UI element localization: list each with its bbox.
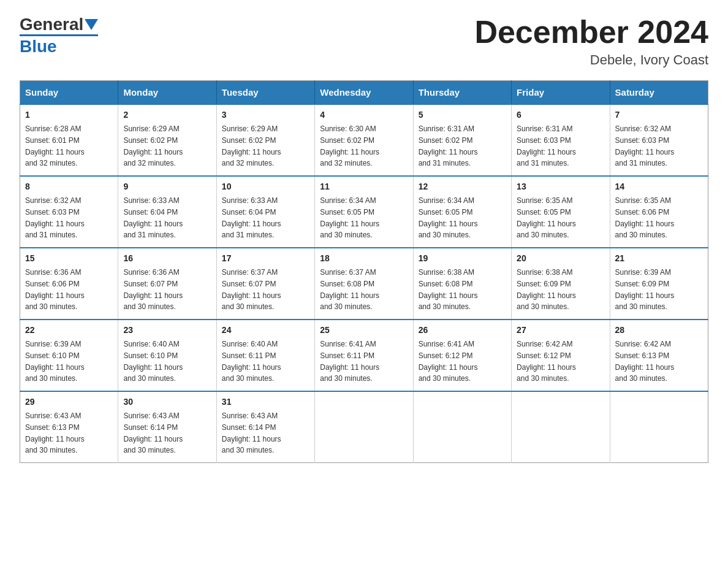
day-info: Sunrise: 6:33 AMSunset: 6:04 PMDaylight:…	[222, 196, 281, 239]
calendar-cell: 13 Sunrise: 6:35 AMSunset: 6:05 PMDaylig…	[512, 176, 610, 248]
day-info: Sunrise: 6:36 AMSunset: 6:07 PMDaylight:…	[123, 268, 183, 311]
calendar-cell: 8 Sunrise: 6:32 AMSunset: 6:03 PMDayligh…	[20, 176, 118, 248]
day-number: 17	[222, 252, 309, 265]
day-info: Sunrise: 6:42 AMSunset: 6:12 PMDaylight:…	[517, 340, 576, 383]
day-info: Sunrise: 6:38 AMSunset: 6:09 PMDaylight:…	[517, 268, 576, 311]
day-info: Sunrise: 6:37 AMSunset: 6:08 PMDaylight:…	[320, 268, 379, 311]
calendar-header-wednesday: Wednesday	[315, 81, 413, 105]
calendar-cell	[610, 391, 708, 463]
calendar-cell: 18 Sunrise: 6:37 AMSunset: 6:08 PMDaylig…	[315, 248, 413, 320]
calendar-week-row-3: 15 Sunrise: 6:36 AMSunset: 6:06 PMDaylig…	[20, 248, 708, 320]
day-number: 16	[123, 252, 211, 265]
calendar-week-row-5: 29 Sunrise: 6:43 AMSunset: 6:13 PMDaylig…	[20, 391, 708, 463]
day-number: 8	[25, 180, 113, 193]
calendar-week-row-4: 22 Sunrise: 6:39 AMSunset: 6:10 PMDaylig…	[20, 320, 708, 391]
calendar-cell: 25 Sunrise: 6:41 AMSunset: 6:11 PMDaylig…	[315, 320, 413, 391]
calendar-cell: 24 Sunrise: 6:40 AMSunset: 6:11 PMDaylig…	[216, 320, 314, 391]
day-info: Sunrise: 6:40 AMSunset: 6:11 PMDaylight:…	[222, 340, 281, 383]
day-info: Sunrise: 6:43 AMSunset: 6:14 PMDaylight:…	[123, 412, 183, 454]
day-info: Sunrise: 6:37 AMSunset: 6:07 PMDaylight:…	[222, 268, 281, 311]
logo-blue-text: Blue	[20, 37, 57, 56]
calendar-cell: 23 Sunrise: 6:40 AMSunset: 6:10 PMDaylig…	[118, 320, 216, 391]
calendar-header-sunday: Sunday	[20, 81, 118, 105]
page-header: General Blue December 2024 Debele, Ivory…	[20, 15, 708, 68]
day-number: 29	[25, 396, 113, 408]
calendar-cell: 4 Sunrise: 6:30 AMSunset: 6:02 PMDayligh…	[315, 104, 413, 176]
calendar-header-saturday: Saturday	[610, 81, 708, 105]
calendar-cell: 5 Sunrise: 6:31 AMSunset: 6:02 PMDayligh…	[413, 104, 511, 176]
day-info: Sunrise: 6:32 AMSunset: 6:03 PMDaylight:…	[615, 124, 675, 167]
day-number: 7	[615, 109, 703, 121]
calendar-header-tuesday: Tuesday	[216, 81, 314, 105]
calendar-cell: 30 Sunrise: 6:43 AMSunset: 6:14 PMDaylig…	[118, 391, 216, 463]
svg-marker-0	[85, 19, 98, 30]
calendar-cell: 2 Sunrise: 6:29 AMSunset: 6:02 PMDayligh…	[118, 104, 216, 176]
day-info: Sunrise: 6:41 AMSunset: 6:11 PMDaylight:…	[320, 340, 379, 383]
calendar-cell: 15 Sunrise: 6:36 AMSunset: 6:06 PMDaylig…	[20, 248, 118, 320]
calendar-cell: 29 Sunrise: 6:43 AMSunset: 6:13 PMDaylig…	[20, 391, 118, 463]
calendar-cell: 21 Sunrise: 6:39 AMSunset: 6:09 PMDaylig…	[610, 248, 708, 320]
day-info: Sunrise: 6:43 AMSunset: 6:13 PMDaylight:…	[25, 412, 85, 454]
day-number: 18	[320, 252, 408, 265]
day-info: Sunrise: 6:34 AMSunset: 6:05 PMDaylight:…	[419, 196, 478, 239]
calendar-title-block: December 2024 Debele, Ivory Coast	[474, 15, 708, 68]
logo: General Blue	[20, 15, 98, 56]
calendar-cell: 19 Sunrise: 6:38 AMSunset: 6:08 PMDaylig…	[413, 248, 511, 320]
day-number: 2	[123, 109, 211, 121]
day-info: Sunrise: 6:43 AMSunset: 6:14 PMDaylight:…	[222, 412, 281, 454]
day-number: 13	[517, 180, 604, 193]
day-number: 31	[222, 396, 309, 408]
calendar-title: December 2024	[474, 15, 708, 50]
day-number: 3	[222, 109, 309, 121]
calendar-cell: 27 Sunrise: 6:42 AMSunset: 6:12 PMDaylig…	[512, 320, 610, 391]
day-info: Sunrise: 6:36 AMSunset: 6:06 PMDaylight:…	[25, 268, 85, 311]
calendar-cell: 10 Sunrise: 6:33 AMSunset: 6:04 PMDaylig…	[216, 176, 314, 248]
calendar-cell: 9 Sunrise: 6:33 AMSunset: 6:04 PMDayligh…	[118, 176, 216, 248]
day-info: Sunrise: 6:40 AMSunset: 6:10 PMDaylight:…	[123, 340, 183, 383]
day-info: Sunrise: 6:31 AMSunset: 6:02 PMDaylight:…	[419, 124, 478, 167]
day-number: 25	[320, 324, 408, 337]
day-number: 24	[222, 324, 309, 337]
day-number: 30	[123, 396, 211, 408]
logo-triangle-icon	[85, 19, 98, 31]
calendar-header-row: SundayMondayTuesdayWednesdayThursdayFrid…	[20, 81, 708, 105]
calendar-cell: 17 Sunrise: 6:37 AMSunset: 6:07 PMDaylig…	[216, 248, 314, 320]
calendar-cell: 3 Sunrise: 6:29 AMSunset: 6:02 PMDayligh…	[216, 104, 314, 176]
day-info: Sunrise: 6:32 AMSunset: 6:03 PMDaylight:…	[25, 196, 85, 239]
day-number: 22	[25, 324, 113, 337]
day-number: 4	[320, 109, 408, 121]
day-info: Sunrise: 6:35 AMSunset: 6:05 PMDaylight:…	[517, 196, 576, 239]
day-number: 19	[419, 252, 506, 265]
day-number: 9	[123, 180, 211, 193]
day-number: 15	[25, 252, 113, 265]
day-number: 1	[25, 109, 113, 121]
calendar-cell: 6 Sunrise: 6:31 AMSunset: 6:03 PMDayligh…	[512, 104, 610, 176]
day-info: Sunrise: 6:39 AMSunset: 6:10 PMDaylight:…	[25, 340, 85, 383]
day-number: 21	[615, 252, 703, 265]
day-info: Sunrise: 6:29 AMSunset: 6:02 PMDaylight:…	[222, 124, 281, 167]
day-number: 5	[419, 109, 506, 121]
day-info: Sunrise: 6:29 AMSunset: 6:02 PMDaylight:…	[123, 124, 183, 167]
calendar-cell: 11 Sunrise: 6:34 AMSunset: 6:05 PMDaylig…	[315, 176, 413, 248]
calendar-week-row-1: 1 Sunrise: 6:28 AMSunset: 6:01 PMDayligh…	[20, 104, 708, 176]
calendar-subtitle: Debele, Ivory Coast	[474, 52, 708, 68]
calendar-header-friday: Friday	[512, 81, 610, 105]
logo-general-text: General	[20, 15, 83, 34]
calendar-cell: 14 Sunrise: 6:35 AMSunset: 6:06 PMDaylig…	[610, 176, 708, 248]
calendar-cell: 28 Sunrise: 6:42 AMSunset: 6:13 PMDaylig…	[610, 320, 708, 391]
day-info: Sunrise: 6:39 AMSunset: 6:09 PMDaylight:…	[615, 268, 675, 311]
calendar-cell	[315, 391, 413, 463]
calendar-cell	[512, 391, 610, 463]
calendar-cell: 16 Sunrise: 6:36 AMSunset: 6:07 PMDaylig…	[118, 248, 216, 320]
calendar-cell: 20 Sunrise: 6:38 AMSunset: 6:09 PMDaylig…	[512, 248, 610, 320]
calendar-header-monday: Monday	[118, 81, 216, 105]
day-info: Sunrise: 6:35 AMSunset: 6:06 PMDaylight:…	[615, 196, 675, 239]
day-number: 14	[615, 180, 703, 193]
day-info: Sunrise: 6:34 AMSunset: 6:05 PMDaylight:…	[320, 196, 379, 239]
calendar-header-thursday: Thursday	[413, 81, 511, 105]
day-number: 6	[517, 109, 604, 121]
day-number: 23	[123, 324, 211, 337]
calendar-cell: 22 Sunrise: 6:39 AMSunset: 6:10 PMDaylig…	[20, 320, 118, 391]
day-number: 12	[419, 180, 506, 193]
calendar-cell: 26 Sunrise: 6:41 AMSunset: 6:12 PMDaylig…	[413, 320, 511, 391]
